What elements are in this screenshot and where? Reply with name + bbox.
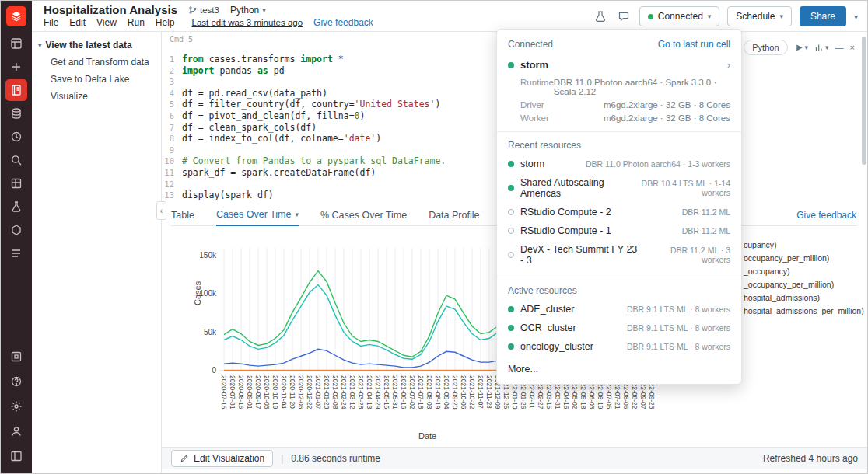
connected-label: Connected xyxy=(658,11,703,22)
tab--cases-over-time[interactable]: % Cases Over Time xyxy=(320,204,407,226)
svg-text:2021-08-19: 2021-08-19 xyxy=(434,375,442,410)
legend-item[interactable]: _occupancy_per_million) xyxy=(744,278,864,291)
svg-text:2021-09-20: 2021-09-20 xyxy=(451,375,459,410)
toc-root-item[interactable]: ▾ View the latest data xyxy=(32,32,161,54)
last-edit-link[interactable]: Last edit was 3 minutes ago xyxy=(192,18,303,27)
svg-text:2021-10-06: 2021-10-06 xyxy=(460,375,467,410)
resource-item[interactable]: Shared Autoscaling AmericasDBR 10.4 LTS … xyxy=(497,173,741,203)
toc-item[interactable]: Visualize xyxy=(32,88,161,105)
menu-help[interactable]: Help xyxy=(156,17,175,28)
branch-icon xyxy=(188,5,198,15)
menu-edit[interactable]: Edit xyxy=(69,17,86,28)
line-number: 5 xyxy=(162,99,182,110)
svg-text:2021-01-23: 2021-01-23 xyxy=(323,375,331,410)
line-number: 4 xyxy=(162,88,182,99)
databricks-logo-icon[interactable] xyxy=(6,6,26,26)
resource-item[interactable]: stormDBR 11.0 Photon aarch64 · 1-3 worke… xyxy=(497,155,741,173)
legend-item[interactable]: hospital_admissions_per_million) xyxy=(744,305,864,318)
svg-text:2021-09-04: 2021-09-04 xyxy=(443,375,450,410)
sidebar-icon-help[interactable] xyxy=(5,371,27,392)
sidebar-icon-experiments[interactable] xyxy=(5,196,27,218)
sidebar-icon-queries[interactable] xyxy=(5,242,27,264)
cell-minimize-button[interactable]: — xyxy=(835,43,844,52)
sidebar-icon-catalog[interactable] xyxy=(5,173,27,194)
line-number: 8 xyxy=(162,133,182,145)
schedule-button[interactable]: Schedule ▾ xyxy=(727,6,792,26)
legend-item[interactable]: occupancy_per_million) xyxy=(744,252,864,265)
menu-view[interactable]: View xyxy=(96,17,117,28)
scrollbar-thumb[interactable] xyxy=(862,37,866,165)
cell-toolbar: Python ▾ ▾ — × xyxy=(744,40,855,55)
notebook-scrollbar[interactable] xyxy=(861,33,866,442)
y-axis-title: Cases xyxy=(193,281,202,305)
sidebar-icon-models[interactable] xyxy=(5,219,27,241)
toc-collapse-handle[interactable]: ‹ xyxy=(156,201,166,220)
legend-item[interactable]: _occupancy) xyxy=(744,265,864,278)
connected-cluster-dropdown[interactable]: Connected ▾ xyxy=(639,6,720,26)
svg-text:2021-01-07: 2021-01-07 xyxy=(314,375,322,410)
sidebar-icon-notebook[interactable] xyxy=(5,79,27,101)
toc-root-label: View the latest data xyxy=(46,40,132,51)
header-more-chevron-icon[interactable]: ▾ xyxy=(854,12,858,21)
x-axis-title: Date xyxy=(418,431,436,441)
resource-detail: DBR 11.2 ML xyxy=(682,207,730,217)
status-running-dot xyxy=(508,343,514,350)
sidebar-icon-panel[interactable] xyxy=(5,445,27,467)
databricks-notebook-window: Hospitalization Analysis test3 Python ▾ … xyxy=(0,0,868,474)
comments-icon[interactable] xyxy=(616,9,632,24)
sidebar-icon-recents[interactable] xyxy=(5,126,27,148)
cell-close-button[interactable]: × xyxy=(850,43,855,52)
app-sidebar xyxy=(1,1,32,473)
tab-cases-over-time[interactable]: Cases Over Time▾ xyxy=(216,204,299,226)
cell-language-pill[interactable]: Python xyxy=(744,40,787,55)
cluster-running-dot xyxy=(508,62,514,68)
resource-detail: DBR 11.2 ML · 3 workers xyxy=(647,246,730,264)
sidebar-icon-compute[interactable] xyxy=(5,346,27,368)
tab-data-profile[interactable]: Data Profile xyxy=(429,204,479,226)
legend-item[interactable]: cupancy) xyxy=(744,239,864,252)
resource-item[interactable]: DevX - Tech Summit FY 23 - 3DBR 11.2 ML … xyxy=(497,240,741,270)
results-footer-bar: Edit Visualization | 0.86 seconds runtim… xyxy=(162,447,867,469)
menu-run[interactable]: Run xyxy=(128,17,145,28)
chevron-right-icon: › xyxy=(727,59,730,71)
attached-cluster-row[interactable]: storm › xyxy=(497,56,741,75)
share-button[interactable]: Share xyxy=(800,6,846,26)
sidebar-icon-data[interactable] xyxy=(5,103,27,124)
svg-text:2020-12-06: 2020-12-06 xyxy=(297,375,305,410)
resource-item[interactable]: oncology_clusterDBR 9.1 LTS ML · 8 worke… xyxy=(497,337,741,356)
resource-name: Shared Autoscaling Americas xyxy=(520,177,625,199)
results-give-feedback-link[interactable]: Give feedback xyxy=(796,210,856,221)
sidebar-icon-settings[interactable] xyxy=(5,396,27,417)
cell-chart-button[interactable]: ▾ xyxy=(814,43,829,53)
notebook-language-selector[interactable]: Python ▾ xyxy=(230,5,266,16)
resource-item[interactable]: ADE_clusterDBR 9.1 LTS ML · 8 workers xyxy=(497,300,741,319)
resource-item[interactable]: RStudio Compute - 2DBR 11.2 ML xyxy=(497,203,741,221)
sidebar-icon-account[interactable] xyxy=(5,420,27,442)
svg-text:50k: 50k xyxy=(204,328,217,336)
line-number: 3 xyxy=(162,76,182,88)
sidebar-icon-create[interactable] xyxy=(5,56,27,78)
resource-item[interactable]: RStudio Compute - 1DBR 11.2 ML xyxy=(497,221,741,240)
git-branch-selector[interactable]: test3 xyxy=(188,5,219,15)
sidebar-icon-workspace[interactable] xyxy=(5,33,27,54)
status-running-dot xyxy=(508,185,514,191)
experiments-icon[interactable] xyxy=(593,9,608,24)
sidebar-icon-search[interactable] xyxy=(5,149,27,171)
run-cell-button[interactable]: ▾ xyxy=(794,43,809,53)
edit-visualization-button[interactable]: Edit Visualization xyxy=(171,450,273,467)
resource-section-title: Recent resources xyxy=(497,132,741,155)
menu-file[interactable]: File xyxy=(44,17,58,28)
resource-item[interactable]: OCR_clusterDBR 9.1 LTS ML · 8 workers xyxy=(497,319,741,337)
legend-item[interactable]: hospital_admissions) xyxy=(744,291,864,305)
svg-text:2020-09-01: 2020-09-01 xyxy=(246,375,254,410)
refreshed-status: Refreshed 4 hours ago xyxy=(763,453,858,464)
svg-text:2020-10-19: 2020-10-19 xyxy=(271,375,279,410)
status-running-dot xyxy=(508,306,514,312)
tab-table[interactable]: Table xyxy=(171,204,194,226)
toc-item[interactable]: Get and Transform data xyxy=(32,54,161,71)
toc-item[interactable]: Save to Delta Lake xyxy=(32,71,161,88)
go-to-last-run-cell-link[interactable]: Go to last run cell xyxy=(658,39,730,50)
svg-text:0: 0 xyxy=(212,366,216,375)
more-link[interactable]: More... xyxy=(497,356,741,381)
give-feedback-link[interactable]: Give feedback xyxy=(313,17,373,28)
